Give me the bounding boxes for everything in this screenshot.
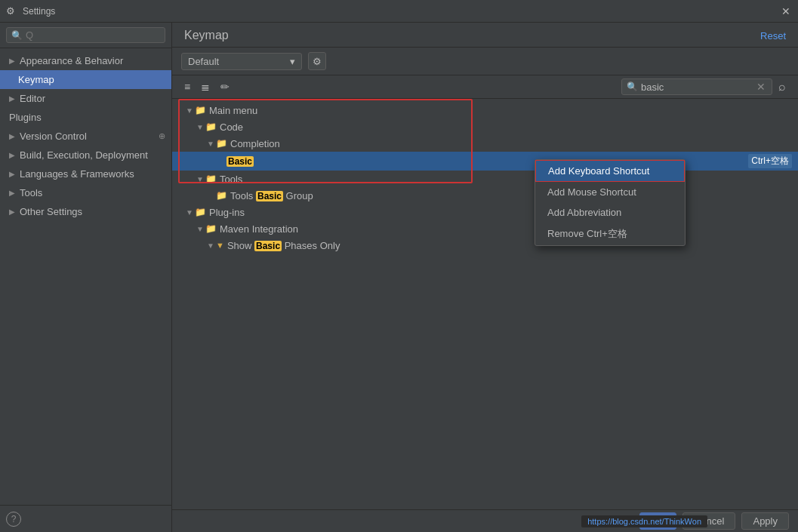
apply-button[interactable]: Apply [741, 512, 789, 530]
keymap-gear-button[interactable]: ⚙ [308, 52, 326, 70]
sidebar-item-appearance-label: Appearance & Behavior [20, 55, 123, 66]
tree-row-completion[interactable]: ▼ 📁 Completion [172, 135, 798, 152]
keymap-select-value: Default [188, 56, 219, 67]
sidebar: 🔍 ▶ Appearance & Behavior Keymap ▶ Edito… [0, 23, 172, 532]
folder-icon: 📁 [216, 138, 227, 149]
tree-search-input[interactable] [641, 81, 752, 93]
tree-content[interactable]: ▼ 📁 Main menu ▼ 📁 Code ▼ 📁 Completion [172, 99, 798, 509]
keymap-dropdown-arrow: ▾ [290, 56, 295, 67]
version-control-badge: ⊕ [159, 131, 165, 141]
sidebar-search-box: 🔍 [0, 23, 171, 48]
tree-row-maven[interactable]: ▼ 📁 Maven Integration [172, 220, 798, 237]
tree-label-tools: Tools [220, 174, 792, 185]
basic-highlight: Basic [226, 156, 254, 167]
reset-button[interactable]: Reset [760, 30, 786, 42]
sidebar-item-plugins[interactable]: Plugins [0, 108, 171, 127]
basic-shortcut: Ctrl+空格 [748, 154, 792, 168]
completion-arrow: ▼ [205, 140, 216, 148]
tree-label-maven: Maven Integration [220, 223, 792, 235]
keymap-dropdown[interactable]: Default ▾ [181, 53, 302, 70]
sidebar-item-other-label: Other Settings [20, 206, 82, 217]
content-area: Keymap Reset Default ▾ ⚙ ≡ ≣ ✏ 🔍 ✕ [172, 23, 798, 532]
add-mouse-label: Add Mouse Shortcut [547, 186, 636, 198]
tree-row-main-menu[interactable]: ▼ 📁 Main menu [172, 102, 798, 118]
context-menu-remove[interactable]: Remove Ctrl+空格 [535, 223, 685, 245]
folder-icon: 📁 [205, 121, 217, 132]
other-arrow: ▶ [9, 208, 15, 216]
tools-tree-arrow: ▼ [195, 175, 205, 183]
page-title: Keymap [184, 29, 229, 42]
tree-search-icon: 🔍 [627, 81, 638, 92]
languages-arrow: ▶ [9, 170, 15, 178]
tree-row-plugins[interactable]: ▼ 📁 Plug-ins [172, 204, 798, 220]
sidebar-item-languages-label: Languages & Frameworks [20, 168, 134, 180]
folder-icon: 📁 [205, 174, 217, 184]
gear-icon: ⚙ [313, 56, 322, 67]
context-menu-add-abbr[interactable]: Add Abbreviation [535, 202, 685, 223]
content-header: Keymap Reset [172, 23, 798, 48]
sidebar-item-editor[interactable]: ▶ Editor [0, 89, 171, 108]
tree-row-basic[interactable]: Basic Ctrl+空格 [172, 152, 798, 171]
sidebar-item-editor-label: Editor [20, 93, 45, 104]
sidebar-item-version-control-label: Version Control [20, 131, 87, 142]
sidebar-item-build[interactable]: ▶ Build, Execution, Deployment [0, 146, 171, 165]
sidebar-item-languages[interactable]: ▶ Languages & Frameworks [0, 165, 171, 183]
tree-label-code: Code [220, 121, 792, 133]
add-keyboard-label: Add Keyboard Shortcut [548, 165, 649, 177]
edit-button[interactable]: ✏ [217, 79, 233, 94]
tree-row-code[interactable]: ▼ 📁 Code [172, 118, 798, 135]
sidebar-item-keymap-label: Keymap [18, 74, 54, 85]
tree-label-completion: Completion [230, 138, 792, 149]
filter-icon: ▼ [216, 241, 224, 250]
sidebar-item-tools-label: Tools [20, 187, 42, 198]
sidebar-item-build-label: Build, Execution, Deployment [20, 149, 148, 161]
tools-basic-highlight: Basic [256, 191, 283, 201]
show-basic-arrow: ▼ [205, 241, 216, 250]
tree-search-wrapper[interactable]: 🔍 ✕ [621, 78, 772, 95]
tree-row-show-basic[interactable]: ▼ ▼ Show Basic Phases Only [172, 237, 798, 254]
folder-icon: 📁 [195, 105, 206, 115]
tree-row-tools-basic-group[interactable]: 📁 Tools Basic Group [172, 187, 798, 204]
tree-label-show-basic: Show Basic Phases Only [227, 240, 792, 251]
sidebar-search-icon: 🔍 [11, 30, 23, 41]
main-container: 🔍 ▶ Appearance & Behavior Keymap ▶ Edito… [0, 23, 798, 532]
clear-search-button[interactable]: ✕ [755, 81, 767, 93]
app-icon: ⚙ [6, 5, 18, 17]
sidebar-footer: ? [0, 505, 171, 532]
main-menu-arrow: ▼ [184, 106, 195, 115]
sidebar-item-plugins-label: Plugins [9, 112, 42, 123]
sidebar-item-keymap[interactable]: Keymap [0, 70, 171, 89]
sidebar-search-wrapper[interactable]: 🔍 [6, 27, 165, 43]
help-button[interactable]: ? [6, 512, 21, 527]
sidebar-search-input[interactable] [26, 29, 160, 41]
show-basic-highlight: Basic [254, 241, 282, 251]
build-arrow: ▶ [9, 151, 15, 159]
context-menu-add-keyboard[interactable]: Add Keyboard Shortcut [535, 160, 685, 182]
tree-label-plugins: Plug-ins [209, 207, 792, 218]
sidebar-item-tools[interactable]: ▶ Tools [0, 183, 171, 202]
version-control-arrow: ▶ [9, 132, 15, 140]
expand-all-button[interactable]: ≡ [181, 79, 193, 94]
bottom-bar: OK Cancel Apply https://blog.csdn.net/Th… [172, 509, 798, 532]
tools-arrow: ▶ [9, 189, 15, 197]
sidebar-item-version-control[interactable]: ▶ Version Control ⊕ [0, 127, 171, 146]
sidebar-item-other[interactable]: ▶ Other Settings [0, 202, 171, 221]
sidebar-item-appearance[interactable]: ▶ Appearance & Behavior [0, 51, 171, 70]
tree-label-main-menu: Main menu [209, 105, 792, 116]
folder-icon: 📁 [205, 223, 217, 234]
tree-toolbar: ≡ ≣ ✏ 🔍 ✕ ⌕ [172, 75, 798, 99]
search-history-button[interactable]: ⌕ [775, 78, 789, 95]
context-menu-add-mouse[interactable]: Add Mouse Shortcut [535, 182, 685, 202]
maven-arrow: ▼ [195, 225, 205, 233]
collapse-all-button[interactable]: ≣ [198, 79, 213, 94]
folder-icon: 📁 [195, 207, 206, 217]
add-abbr-label: Add Abbreviation [547, 207, 621, 218]
tree-row-tools[interactable]: ▼ 📁 Tools [172, 171, 798, 187]
remove-label: Remove Ctrl+空格 [547, 228, 627, 239]
url-bar: https://blog.csdn.net/ThinkWon [581, 515, 707, 527]
code-arrow: ▼ [195, 123, 205, 131]
plugins-arrow: ▼ [184, 208, 195, 217]
close-button[interactable]: ✕ [780, 5, 792, 17]
folder-icon: 📁 [216, 190, 227, 201]
title-bar: ⚙ Settings ✕ [0, 0, 798, 23]
